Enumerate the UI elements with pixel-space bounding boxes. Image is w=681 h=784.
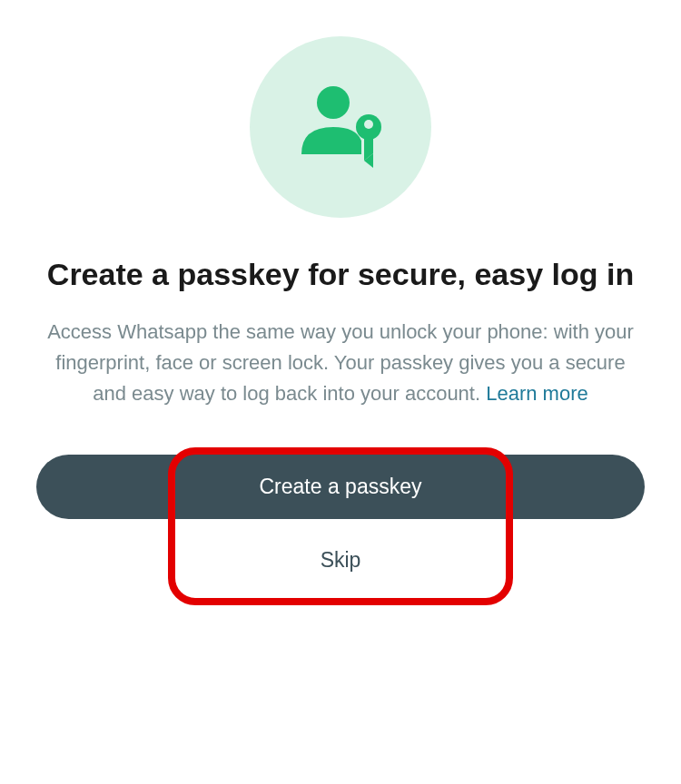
person-key-icon [291, 77, 390, 177]
learn-more-link[interactable]: Learn more [486, 382, 588, 405]
page-title: Create a passkey for secure, easy log in [38, 254, 643, 294]
svg-point-2 [364, 120, 373, 129]
create-passkey-button[interactable]: Create a passkey [36, 455, 645, 519]
page-description: Access Whatsapp the same way you unlock … [18, 317, 663, 409]
passkey-icon-container [250, 36, 431, 218]
svg-point-0 [317, 86, 350, 119]
button-container: Create a passkey Skip [18, 455, 663, 594]
skip-button[interactable]: Skip [321, 526, 361, 594]
